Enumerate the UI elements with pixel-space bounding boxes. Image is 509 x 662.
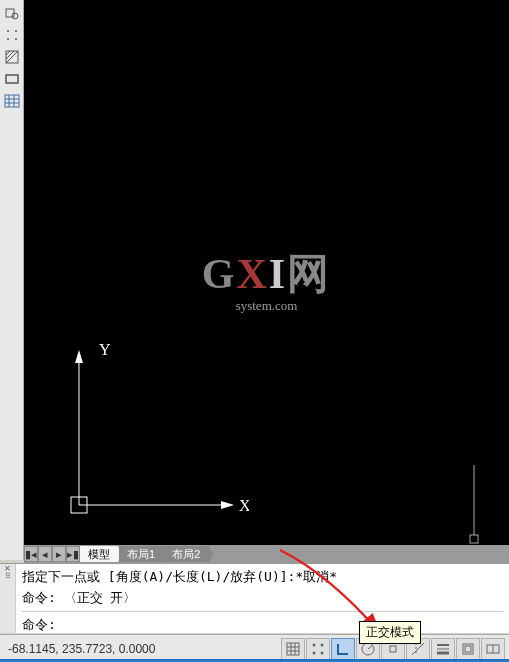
command-history-line: 命令: 〈正交 开〉 — [22, 588, 503, 609]
svg-point-5 — [15, 38, 17, 40]
status-bar: -68.1145, 235.7723, 0.0000 — [0, 634, 509, 662]
tab-first-icon[interactable]: ▮◂ — [24, 546, 38, 562]
svg-marker-17 — [75, 350, 83, 363]
rectangle-icon[interactable] — [2, 69, 22, 89]
svg-point-4 — [7, 38, 9, 40]
watermark-x: X — [236, 250, 268, 296]
drawing-area[interactable]: GXI网 system.com Y X — [24, 0, 509, 545]
command-text[interactable]: 指定下一点或 [角度(A)/长度(L)/放弃(U)]:*取消* 命令: 〈正交 … — [16, 564, 509, 633]
watermark: GXI网 system.com — [202, 245, 331, 313]
crosshair-cursor — [459, 465, 489, 545]
annotation-icon[interactable] — [481, 638, 505, 660]
svg-point-28 — [313, 643, 316, 646]
hatch-icon[interactable] — [2, 47, 22, 67]
tooltip-text: 正交模式 — [366, 625, 414, 639]
svg-rect-11 — [5, 95, 19, 107]
coordinates-display[interactable]: -68.1145, 235.7723, 0.0000 — [0, 642, 200, 656]
svg-point-30 — [313, 651, 316, 654]
tab-layout2[interactable]: 布局2 — [164, 546, 209, 562]
svg-marker-19 — [221, 501, 234, 509]
tab-label: 布局1 — [127, 547, 155, 562]
svg-line-35 — [412, 643, 424, 655]
command-area: ✕⠿ 指定下一点或 [角度(A)/长度(L)/放弃(U)]:*取消* 命令: 〈… — [0, 563, 509, 633]
svg-rect-10 — [6, 75, 18, 83]
svg-point-2 — [7, 30, 9, 32]
watermark-subtitle: system.com — [202, 297, 331, 313]
svg-line-7 — [6, 51, 10, 55]
tab-label: 模型 — [88, 547, 110, 562]
tooltip: 正交模式 — [359, 621, 421, 644]
tab-model[interactable]: 模型 — [80, 546, 119, 562]
ortho-icon[interactable] — [331, 638, 355, 660]
snap-icon[interactable] — [306, 638, 330, 660]
watermark-i: I — [269, 250, 287, 296]
svg-rect-22 — [470, 535, 478, 543]
svg-line-8 — [6, 51, 14, 59]
ucs-x-label: X — [239, 497, 249, 514]
svg-rect-41 — [465, 646, 471, 652]
svg-rect-0 — [6, 9, 14, 17]
ucs-icon: Y X — [49, 335, 249, 535]
table-icon[interactable] — [2, 91, 22, 111]
watermark-wang: 网 — [287, 250, 331, 296]
lineweight-icon[interactable] — [431, 638, 455, 660]
layer-state-icon[interactable] — [2, 3, 22, 23]
ucs-y-label: Y — [99, 341, 111, 358]
point-style-icon[interactable] — [2, 25, 22, 45]
command-grip-icon[interactable]: ✕⠿ — [0, 564, 16, 633]
svg-rect-23 — [287, 643, 299, 655]
tab-next-icon[interactable]: ▸ — [52, 546, 66, 562]
svg-point-29 — [321, 643, 324, 646]
model-icon[interactable] — [456, 638, 480, 660]
svg-point-3 — [15, 30, 17, 32]
tab-bar: ▮◂ ◂ ▸ ▸▮ 模型 布局1 布局2 — [24, 545, 509, 563]
left-toolbar — [0, 0, 24, 560]
svg-point-1 — [12, 13, 18, 19]
svg-rect-34 — [390, 646, 396, 652]
tab-last-icon[interactable]: ▸▮ — [66, 546, 80, 562]
watermark-g: G — [202, 250, 237, 296]
tab-label: 布局2 — [172, 547, 200, 562]
svg-line-33 — [368, 645, 373, 649]
tab-prev-icon[interactable]: ◂ — [38, 546, 52, 562]
grid-icon[interactable] — [281, 638, 305, 660]
command-prompt[interactable]: 命令: — [22, 611, 503, 636]
command-history-line: 指定下一点或 [角度(A)/长度(L)/放弃(U)]:*取消* — [22, 567, 503, 588]
svg-point-31 — [321, 651, 324, 654]
tab-layout1[interactable]: 布局1 — [119, 546, 164, 562]
